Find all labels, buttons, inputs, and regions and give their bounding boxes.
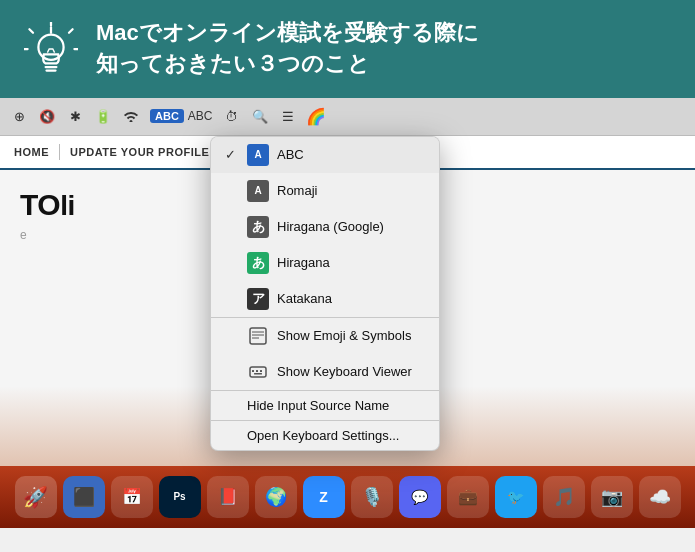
menubar-icon-wifi (122, 107, 140, 125)
keyboard-viewer-icon (247, 361, 269, 383)
menu-item-keyboard-settings-label: Open Keyboard Settings... (247, 428, 399, 443)
nav-divider (59, 144, 60, 160)
menu-section-tools: ✓ Show Emoji & Symbols ✓ Show Keyboard V… (211, 318, 439, 391)
dock-item-photoshop[interactable]: Ps (159, 476, 201, 518)
menubar-icon-creative-cloud: ⊕ (10, 107, 28, 125)
screenshot-area: HOME UPDATE YOUR PROFILE LO TOli e ⊕ 🔇 ✱… (0, 98, 695, 528)
dock-item-zoom[interactable]: Z (303, 476, 345, 518)
header-title: Macでオンライン模試を受験する際に 知っておきたい３つのこと (96, 18, 479, 80)
svg-line-2 (69, 29, 73, 33)
svg-rect-16 (260, 370, 262, 372)
menu-item-keyboard-viewer-label: Show Keyboard Viewer (277, 364, 412, 379)
menu-item-keyboard-viewer[interactable]: ✓ Show Keyboard Viewer (211, 354, 439, 390)
input-source-dropdown: ✓ A ABC ✓ A Romaji ✓ あ Hiragana (G (210, 136, 440, 451)
menu-item-katakana-label: Katakana (277, 291, 332, 306)
input-source-label: ABC (188, 109, 213, 123)
emoji-icon (247, 325, 269, 347)
dock-item-calendar[interactable]: 📅 (111, 476, 153, 518)
abc-icon: A (247, 144, 269, 166)
dock-item-slack[interactable]: 💼 (447, 476, 489, 518)
dock-item-acrobat[interactable]: 📕 (207, 476, 249, 518)
hiragana-google-icon: あ (247, 216, 269, 238)
menu-item-emoji[interactable]: ✓ Show Emoji & Symbols (211, 318, 439, 354)
dock: 🚀 ⬛ 📅 Ps 📕 🌍 Z 🎙️ 💬 💼 🐦 🎵 📷 ☁️ (0, 466, 695, 528)
svg-rect-15 (256, 370, 258, 372)
dock-item-icloud[interactable]: ☁️ (639, 476, 681, 518)
dock-item-podcast[interactable]: 🎙️ (351, 476, 393, 518)
dock-item-finder[interactable]: 🚀 (15, 476, 57, 518)
menu-item-hiragana-google[interactable]: ✓ あ Hiragana (Google) (211, 209, 439, 245)
menu-section-settings: ✓ Open Keyboard Settings... (211, 421, 439, 450)
katakana-icon: ア (247, 288, 269, 310)
menu-item-keyboard-settings[interactable]: ✓ Open Keyboard Settings... (211, 421, 439, 450)
menu-item-hide-input[interactable]: ✓ Hide Input Source Name (211, 391, 439, 420)
header-banner: Macでオンライン模試を受験する際に 知っておきたい３つのこと (0, 0, 695, 98)
menubar-icon-siri: 🌈 (307, 107, 325, 125)
menubar-icon-mute: 🔇 (38, 107, 56, 125)
dock-item-photos[interactable]: 📷 (591, 476, 633, 518)
menu-item-romaji-label: Romaji (277, 183, 317, 198)
hiragana-icon: あ (247, 252, 269, 274)
dock-item-chrome[interactable]: 🌍 (255, 476, 297, 518)
checkmark-icon: ✓ (225, 147, 239, 162)
menubar-icon-search: 🔍 (251, 107, 269, 125)
menubar: ⊕ 🔇 ✱ 🔋 ABC ABC ⏱ 🔍 ☰ 🌈 (0, 98, 695, 136)
svg-point-6 (38, 34, 63, 59)
menu-item-katakana[interactable]: ✓ ア Katakana (211, 281, 439, 317)
svg-rect-14 (252, 370, 254, 372)
menu-section-hide: ✓ Hide Input Source Name (211, 391, 439, 421)
menu-item-romaji[interactable]: ✓ A Romaji (211, 173, 439, 209)
svg-line-3 (29, 29, 33, 33)
menu-item-hiragana[interactable]: ✓ あ Hiragana (211, 245, 439, 281)
svg-rect-17 (254, 373, 262, 375)
dock-item-music[interactable]: 🎵 (543, 476, 585, 518)
dock-item-discord[interactable]: 💬 (399, 476, 441, 518)
menu-item-hiragana-label: Hiragana (277, 255, 330, 270)
menubar-icon-controlcenter: ☰ (279, 107, 297, 125)
bulb-icon (24, 22, 78, 76)
nav-update[interactable]: UPDATE YOUR PROFILE (70, 146, 209, 158)
nav-home[interactable]: HOME (14, 146, 49, 158)
menubar-icon-battery: 🔋 (94, 107, 112, 125)
input-source-badge: ABC (150, 109, 184, 123)
menu-item-emoji-label: Show Emoji & Symbols (277, 328, 411, 343)
dock-item-launchpad[interactable]: ⬛ (63, 476, 105, 518)
menu-item-abc[interactable]: ✓ A ABC (211, 137, 439, 173)
menu-item-hiragana-google-label: Hiragana (Google) (277, 219, 384, 234)
checkmark-placeholder: ✓ (225, 183, 239, 198)
menubar-icon-clock: ⏱ (223, 107, 241, 125)
svg-rect-13 (250, 367, 266, 377)
menu-item-abc-label: ABC (277, 147, 304, 162)
romaji-icon: A (247, 180, 269, 202)
menu-item-hide-input-label: Hide Input Source Name (247, 398, 389, 413)
menubar-icon-bluetooth: ✱ (66, 107, 84, 125)
menu-section-inputs: ✓ A ABC ✓ A Romaji ✓ あ Hiragana (G (211, 137, 439, 318)
svg-rect-9 (250, 328, 266, 344)
dock-item-twitter[interactable]: 🐦 (495, 476, 537, 518)
menubar-input-source[interactable]: ABC ABC (150, 109, 213, 123)
